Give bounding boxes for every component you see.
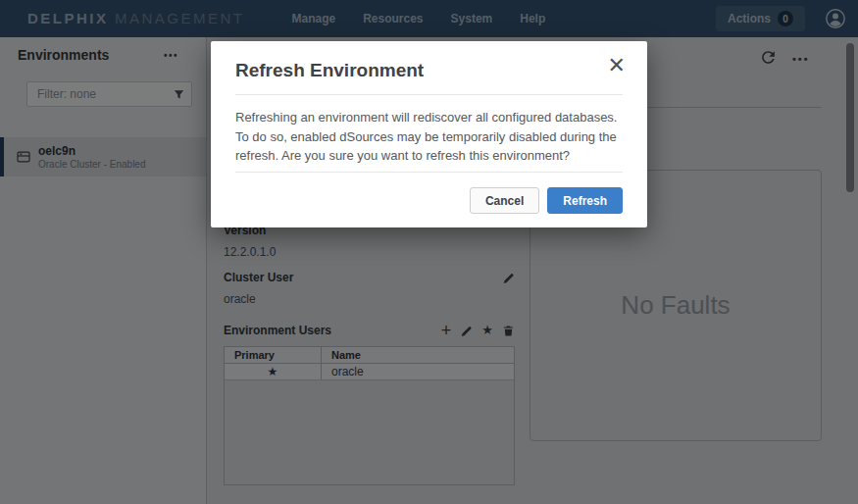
app: DELPHIX MANAGEMENT Manage Resources Syst… [0,0,858,504]
close-icon[interactable]: ✕ [608,55,626,76]
modal-title: Refresh Environment [235,60,424,80]
modal-header: Refresh Environment ✕ [211,41,647,94]
modal-footer: Cancel Refresh [211,173,647,227]
cancel-button[interactable]: Cancel [470,187,539,214]
refresh-confirm-button[interactable]: Refresh [547,187,623,214]
modal-body-text: Refreshing an environment will rediscove… [211,95,647,172]
refresh-environment-dialog: Refresh Environment ✕ Refreshing an envi… [211,41,647,227]
